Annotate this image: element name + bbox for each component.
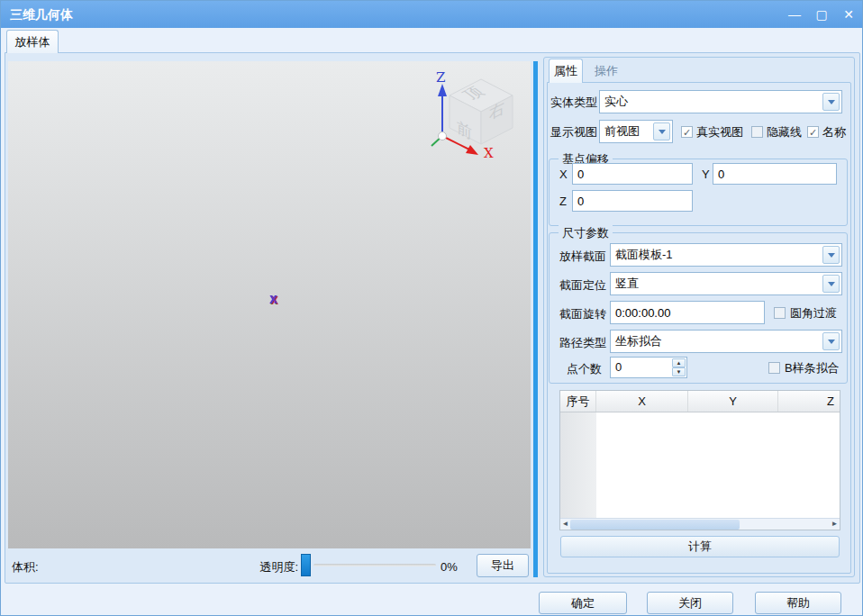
- chevron-down-icon: [828, 253, 835, 258]
- transparency-value: 0%: [441, 559, 458, 575]
- offset-z-field[interactable]: [572, 190, 693, 212]
- transparency-slider-track[interactable]: [313, 564, 436, 566]
- loft-section-dropdown-button[interactable]: [822, 246, 840, 264]
- tab-loft-body[interactable]: 放样体: [6, 30, 59, 53]
- chevron-down-icon: [828, 100, 835, 104]
- col-header-z[interactable]: Z: [778, 391, 840, 412]
- ok-button[interactable]: 确定: [539, 592, 627, 614]
- section-position-value: 竖直: [611, 273, 821, 294]
- panel-splitter[interactable]: [533, 61, 538, 577]
- points-table-body[interactable]: [560, 412, 840, 518]
- export-button[interactable]: 导出: [477, 554, 529, 577]
- bspline-fit-label: B样条拟合: [785, 360, 840, 376]
- section-position-label: 截面定位: [559, 277, 606, 294]
- close-icon[interactable]: ✕: [835, 1, 862, 28]
- fillet-transition-label: 圆角过渡: [790, 305, 837, 322]
- path-type-select[interactable]: 坐标拟合: [610, 330, 842, 353]
- display-view-select[interactable]: 前视图: [599, 120, 673, 143]
- fillet-transition-checkbox[interactable]: [774, 307, 786, 319]
- axis-triad: 顶 前 右 Z X: [397, 66, 532, 167]
- table-horizontal-scrollbar[interactable]: ◄ ►: [560, 518, 840, 530]
- point-count-stepper[interactable]: 0 ▲ ▼: [610, 357, 687, 378]
- loft-section-value: 截面模板-1: [611, 244, 821, 266]
- close-button[interactable]: 关闭: [647, 592, 733, 614]
- hidden-line-checkbox[interactable]: [751, 126, 763, 138]
- calculate-button[interactable]: 计算: [560, 536, 840, 557]
- transparency-slider-handle[interactable]: [301, 554, 311, 576]
- offset-y-field[interactable]: [713, 163, 837, 185]
- window-title: 三维几何体: [10, 1, 73, 28]
- real-view-checkbox[interactable]: [681, 126, 693, 138]
- loft-section-label: 放样截面: [559, 249, 606, 265]
- offset-y-label: Y: [702, 167, 710, 183]
- row-header-column: [560, 412, 596, 518]
- name-checkbox[interactable]: [807, 126, 819, 138]
- z-axis-label: Z: [436, 69, 445, 86]
- tab-operations[interactable]: 操作: [590, 62, 622, 80]
- transparency-label: 透明度:: [226, 559, 298, 575]
- entity-type-dropdown-button[interactable]: [822, 93, 840, 111]
- z-axis-arrow-icon: [438, 84, 447, 96]
- scrollbar-thumb[interactable]: [570, 520, 740, 530]
- spin-up-icon[interactable]: ▲: [672, 358, 686, 367]
- chevron-down-icon: [828, 340, 835, 344]
- display-view-label: 显示视图: [550, 124, 597, 140]
- offset-z-label: Z: [559, 194, 567, 210]
- entity-type-label: 实体类型: [550, 95, 597, 111]
- orientation-cube: 顶 前 右: [450, 79, 513, 144]
- display-view-dropdown-button[interactable]: [653, 122, 670, 140]
- axis-origin-ball: [439, 132, 447, 140]
- bspline-fit-checkbox[interactable]: [768, 362, 780, 374]
- scene-origin-marker: X: [270, 294, 277, 306]
- point-count-value: 0: [611, 358, 671, 377]
- maximize-icon[interactable]: ▢: [808, 1, 835, 28]
- chevron-down-icon: [828, 282, 835, 286]
- entity-type-value: 实心: [600, 91, 821, 113]
- scroll-left-icon[interactable]: ◄: [560, 519, 570, 530]
- spin-down-icon[interactable]: ▼: [672, 367, 686, 376]
- section-rotation-field[interactable]: [610, 301, 765, 324]
- title-bar: 三维几何体 — ▢ ✕: [1, 1, 863, 28]
- scroll-right-icon[interactable]: ►: [830, 519, 840, 530]
- offset-x-field[interactable]: [572, 163, 693, 185]
- points-table-header: 序号 X Y Z: [560, 391, 840, 412]
- section-rotation-label: 截面旋转: [559, 306, 606, 322]
- dialog-window: 三维几何体 — ▢ ✕ 放样体 顶 前 右 Z X X 体积: 透明度:: [0, 0, 863, 616]
- minimize-icon[interactable]: —: [781, 1, 808, 28]
- path-type-dropdown-button[interactable]: [822, 332, 840, 350]
- chevron-down-icon: [659, 130, 666, 134]
- loft-section-select[interactable]: 截面模板-1: [610, 243, 842, 267]
- volume-label: 体积:: [12, 559, 39, 575]
- size-params-title: 尺寸参数: [559, 225, 613, 241]
- entity-type-select[interactable]: 实心: [599, 90, 842, 113]
- help-button[interactable]: 帮助: [755, 592, 841, 614]
- col-header-y[interactable]: Y: [688, 391, 778, 412]
- col-header-index[interactable]: 序号: [560, 391, 596, 412]
- section-position-dropdown-button[interactable]: [822, 275, 840, 293]
- hidden-line-label: 隐藏线: [767, 124, 802, 140]
- points-table: 序号 X Y Z ◄ ►: [559, 390, 840, 530]
- col-header-x[interactable]: X: [596, 391, 688, 412]
- offset-x-label: X: [559, 167, 568, 183]
- x-axis-arrow-icon: [466, 145, 478, 155]
- name-label: 名称: [822, 124, 846, 140]
- tab-properties[interactable]: 属性: [549, 59, 583, 83]
- real-view-label: 真实视图: [696, 124, 743, 140]
- point-count-label: 点个数: [567, 361, 602, 377]
- window-controls: — ▢ ✕: [781, 1, 862, 28]
- path-type-label: 路径类型: [559, 335, 606, 351]
- section-position-select[interactable]: 竖直: [610, 272, 842, 295]
- path-type-value: 坐标拟合: [611, 331, 821, 352]
- x-axis-label: X: [484, 145, 494, 161]
- display-view-value: 前视图: [600, 121, 651, 142]
